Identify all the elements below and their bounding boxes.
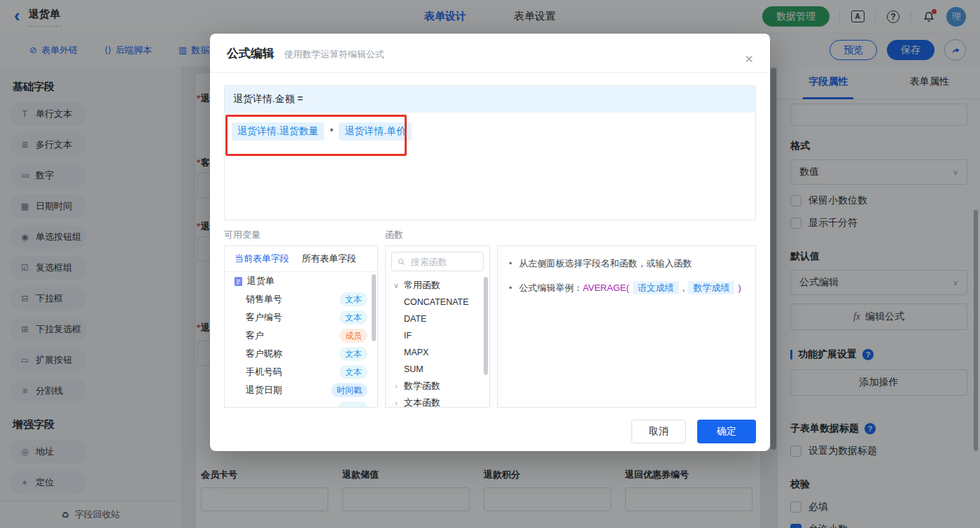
field-type-tag: 文本 xyxy=(340,347,368,361)
close-icon[interactable]: × xyxy=(745,52,753,66)
field-type-tag: 成员 xyxy=(340,329,368,343)
function-search-input[interactable] xyxy=(410,256,477,268)
formula-token-field[interactable]: 退货详情.单价 xyxy=(339,122,412,141)
example-prefix: 公式编辑举例： xyxy=(519,283,583,293)
variable-row[interactable]: 销售单号文本 xyxy=(225,290,377,308)
tab-all-form-fields[interactable]: 所有表单字段 xyxy=(302,252,356,265)
variables-tabs: 当前表单字段 所有表单字段 xyxy=(225,246,377,272)
field-type-tag: 文本 xyxy=(340,365,368,379)
field-type-tag: 时间戳 xyxy=(331,383,368,397)
function-group-common[interactable]: ∨常用函数 xyxy=(386,277,489,294)
formula-input-area[interactable]: 退货详情.退货数量 * 退货详情.单价 xyxy=(225,113,755,150)
tree-root-label: 退货单 xyxy=(247,275,274,287)
example-close-paren: ) xyxy=(738,283,741,293)
example-field-chip: 语文成绩 xyxy=(633,281,679,294)
dialog-title: 公式编辑 xyxy=(227,45,274,62)
function-search[interactable] xyxy=(391,252,484,271)
variables-label: 可用变量 xyxy=(224,229,378,245)
dialog-subtitle: 使用数学运算符编辑公式 xyxy=(284,48,384,61)
help-spacer xyxy=(497,229,756,245)
help-line-2: • 公式编辑举例：AVERAGE(语文成绩,数学成绩) xyxy=(509,280,744,296)
dialog-header: 公式编辑 使用数学运算符编辑公式 × xyxy=(210,34,770,73)
function-item-mapx[interactable]: MAPX xyxy=(386,344,489,361)
function-item-concatenate[interactable]: CONCATENATE xyxy=(386,294,489,311)
functions-label: 函数 xyxy=(385,229,490,245)
cancel-button[interactable]: 取消 xyxy=(631,420,686,443)
function-item-date[interactable]: DATE xyxy=(386,311,489,327)
help-line-1: • 从左侧面板选择字段名和函数，或输入函数 xyxy=(509,256,744,271)
tab-current-form-fields[interactable]: 当前表单字段 xyxy=(234,252,289,265)
variables-panel: 当前表单字段 所有表单字段 退货单 销售单号文本 客户编号文本 客户成员 客户昵… xyxy=(224,245,378,408)
functions-panel: ∨常用函数 CONCATENATE DATE IF MAPX SUM ›数学函数… xyxy=(385,245,490,408)
formula-token-field[interactable]: 退货详情.退货数量 xyxy=(232,122,324,141)
field-type-tag: 文本 xyxy=(340,311,368,324)
function-item-if[interactable]: IF xyxy=(386,327,489,344)
formula-target: 退货详情.金额 = xyxy=(225,86,755,113)
formula-editor-box: 退货详情.金额 = 退货详情.退货数量 * 退货详情.单价 xyxy=(224,85,756,220)
function-group-math[interactable]: ›数学函数 xyxy=(386,378,489,394)
variable-row-clipped[interactable] xyxy=(225,399,377,408)
chevron-right-icon: › xyxy=(393,382,400,390)
tree-root-form[interactable]: 退货单 xyxy=(225,272,377,290)
function-group-text[interactable]: ›文本函数 xyxy=(386,394,489,408)
example-separator: , xyxy=(682,283,685,293)
formula-editor-dialog: 公式编辑 使用数学运算符编辑公式 × 退货详情.金额 = 退货详情.退货数量 *… xyxy=(210,34,770,451)
chevron-right-icon: › xyxy=(393,399,400,407)
variable-row[interactable]: 客户成员 xyxy=(225,327,377,345)
app-root: ‹ 退货单 表单设计 表单设置 数据管理 A ? 理 ⊘ 表单外链 xyxy=(0,0,980,528)
variable-row[interactable]: 客户编号文本 xyxy=(225,308,377,327)
help-panel: • 从左侧面板选择字段名和函数，或输入函数 • 公式编辑举例：AVERAGE(语… xyxy=(497,245,756,408)
variables-scrollbar[interactable] xyxy=(372,274,376,341)
example-field-chip: 数学成绩 xyxy=(688,281,734,294)
functions-scrollbar[interactable] xyxy=(484,277,488,375)
chevron-down-icon: ∨ xyxy=(393,281,400,290)
function-item-sum[interactable]: SUM xyxy=(386,361,489,378)
variable-row[interactable]: 手机号码文本 xyxy=(225,363,377,381)
variable-row[interactable]: 客户昵称文本 xyxy=(225,345,377,363)
example-function-name: AVERAGE( xyxy=(583,283,629,293)
field-type-tag xyxy=(338,401,368,408)
formula-operator[interactable]: * xyxy=(330,126,333,137)
search-icon xyxy=(398,257,405,266)
confirm-button[interactable]: 确定 xyxy=(697,420,756,443)
form-doc-icon xyxy=(234,277,243,286)
field-type-tag: 文本 xyxy=(340,292,368,306)
variable-row[interactable]: 退货日期时间戳 xyxy=(225,381,377,399)
